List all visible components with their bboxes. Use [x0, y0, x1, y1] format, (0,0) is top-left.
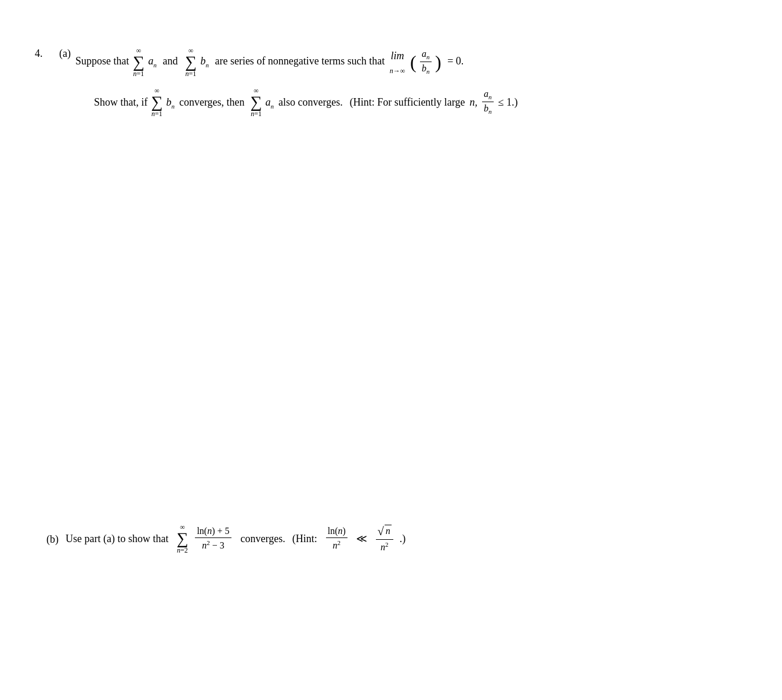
- problem-number: 4.: [35, 46, 52, 60]
- problem-header: 4. (a) Suppose that ∞ ∑ n=1 an an: [35, 46, 747, 117]
- sum-b-n: ∞ ∑ n=1: [185, 47, 197, 77]
- part-b: (b) Use part (a) to show that ∞ ∑ n=2 ln…: [35, 524, 747, 554]
- equals-zero: = 0.: [447, 55, 464, 67]
- sum-a-n: ∞ ∑ n=1: [133, 47, 144, 77]
- hint-a-end: ≤ 1.): [498, 92, 518, 113]
- fraction-part-b: ln(n) + 5 n2 − 3: [195, 525, 231, 553]
- hint-b-intro: (Hint:: [292, 528, 317, 549]
- problem-content: (a) Suppose that ∞ ∑ n=1 an and: [59, 46, 747, 117]
- sum-b-n-2: ∞ ∑ n=1: [151, 87, 163, 117]
- fraction-an-bn-hint: an bn: [482, 88, 494, 116]
- converges-then: converges, then: [179, 92, 245, 113]
- show-that-line: Show that, if ∞ ∑ n=1 bn converges, then…: [59, 87, 747, 117]
- part-a-text: Suppose that ∞ ∑ n=1 an and ∞ ∑: [75, 46, 747, 78]
- fraction-ln-n-sq: ln(n) n2: [326, 525, 347, 553]
- suppose-that-text: Suppose that: [75, 55, 129, 67]
- part-a: (a) Suppose that ∞ ∑ n=1 an and: [59, 46, 747, 78]
- fraction-an-bn: an bn: [420, 48, 432, 76]
- part-b-label: (b): [46, 528, 59, 550]
- limit-block: lim n→∞: [390, 46, 406, 78]
- fraction-sqrt-n-sq: √ n n2: [376, 524, 393, 554]
- are-series-text: are series of nonnegative terms such tha…: [215, 55, 385, 67]
- and-word: and: [162, 55, 178, 67]
- sum-a-n-2: ∞ ∑ n=1: [251, 87, 262, 117]
- part-b-intro: Use part (a) to show that: [66, 528, 168, 549]
- part-a-label: (a): [59, 46, 71, 60]
- also-converges: also converges.: [278, 92, 343, 113]
- page: 4. (a) Suppose that ∞ ∑ n=1 an an: [35, 46, 747, 685]
- show-that-text: Show that, if: [94, 92, 148, 113]
- sum-part-b: ∞ ∑ n=2: [176, 524, 188, 554]
- much-less-symbol: ≪: [356, 528, 367, 549]
- problem-4: 4. (a) Suppose that ∞ ∑ n=1 an an: [35, 46, 747, 554]
- converges-b: converges.: [241, 528, 285, 549]
- hint-a-text: (Hint: For sufficiently large: [350, 92, 465, 113]
- hint-b-end: .): [400, 528, 406, 549]
